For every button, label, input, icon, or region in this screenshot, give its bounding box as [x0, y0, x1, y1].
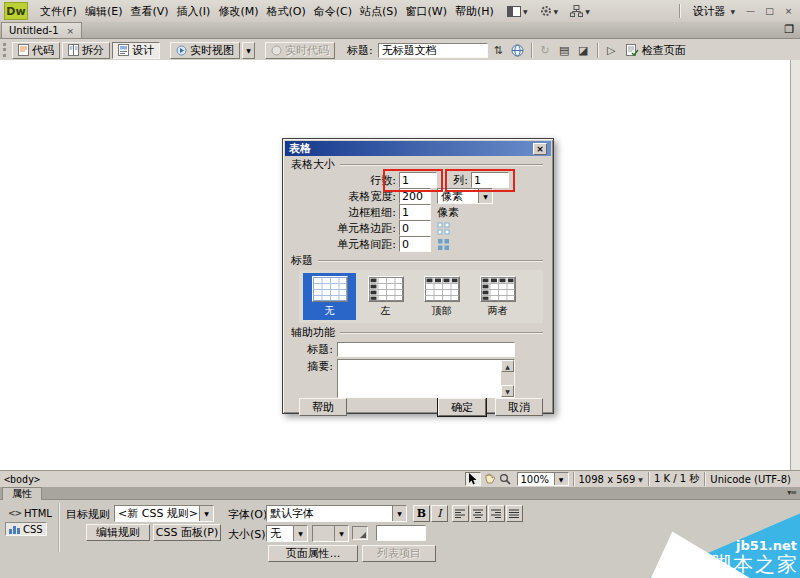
tab-properties[interactable]: 属性	[2, 487, 42, 500]
width-unit-select[interactable]: 像素 ▼	[437, 188, 493, 204]
page-properties-button[interactable]: 页面属性...	[268, 545, 358, 562]
cascade-windows-icon[interactable]: ❐	[784, 23, 794, 36]
cols-input[interactable]	[471, 172, 509, 188]
chevron-down-icon[interactable]: ▼	[478, 189, 492, 203]
menu-file[interactable]: 文件(F)	[36, 2, 81, 21]
panel-menu-icon[interactable]: ▾≡	[787, 488, 796, 497]
align-center-button[interactable]	[470, 505, 487, 522]
help-button[interactable]: 帮助	[299, 398, 347, 416]
chevron-down-icon[interactable]: ▼	[554, 473, 568, 485]
css-panel-button[interactable]: CSS 面板(P)	[153, 524, 221, 541]
document-tab[interactable]: Untitled-1 ×	[1, 22, 82, 38]
hand-tool-icon[interactable]	[481, 472, 497, 486]
cell-spacing-icon	[437, 238, 450, 251]
minimize-button[interactable]: —	[743, 5, 758, 18]
menu-help[interactable]: 帮助(H)	[451, 2, 498, 21]
live-code-button: 实时代码	[265, 42, 335, 59]
cancel-button[interactable]: 取消	[495, 398, 543, 416]
maximize-button[interactable]: □	[762, 5, 777, 18]
separator	[597, 43, 598, 58]
dialog-close-button[interactable]: ×	[533, 143, 547, 155]
select-tool-icon[interactable]	[465, 472, 481, 486]
chevron-down-icon[interactable]: ▼	[199, 506, 213, 521]
align-left-button[interactable]	[452, 505, 469, 522]
validate-icon[interactable]: ▷	[603, 42, 620, 58]
view-options-icon[interactable]: ▤	[556, 42, 573, 58]
html-mode-button[interactable]: <> HTML	[5, 506, 55, 520]
canvas-scroll-area[interactable]	[791, 60, 800, 470]
css-panel-icon	[9, 524, 20, 534]
header-option-left[interactable]: 左	[359, 273, 412, 320]
header-option-none[interactable]: 无	[303, 273, 356, 320]
align-justify-button[interactable]	[506, 505, 523, 522]
bold-button[interactable]: B	[413, 505, 430, 522]
menu-edit[interactable]: 编辑(E)	[81, 2, 127, 21]
window-size-select[interactable]: 1098 x 569 ▼	[573, 472, 648, 486]
live-view-button[interactable]: 实时视图	[170, 42, 240, 59]
dialog-title-bar[interactable]: 表格 ×	[285, 141, 551, 156]
menu-format[interactable]: 格式(O)	[262, 2, 309, 21]
preview-globe-icon[interactable]	[509, 42, 526, 58]
menu-modify[interactable]: 修改(M)	[214, 2, 262, 21]
align-right-button[interactable]	[488, 505, 505, 522]
target-rule-select[interactable]: <新 CSS 规则> ▼	[114, 505, 214, 522]
caption-input[interactable]	[337, 342, 515, 357]
design-view-button[interactable]: 设计	[112, 42, 160, 59]
extensions-button[interactable]: ▼	[537, 4, 562, 18]
menu-insert[interactable]: 插入(I)	[173, 2, 215, 21]
download-stats: 1 K / 1 秒	[648, 472, 704, 486]
zoom-level-select[interactable]: 100% ▼	[517, 472, 569, 486]
dialog-title: 表格	[289, 141, 311, 156]
visual-aids-icon[interactable]: ◪	[575, 42, 592, 58]
tab-close-icon[interactable]: ×	[67, 26, 75, 36]
check-page-button[interactable]: 检查页面	[622, 43, 690, 58]
scroll-down-icon[interactable]: ▼	[501, 385, 514, 397]
italic-button[interactable]: I	[431, 505, 448, 522]
table-width-input[interactable]	[399, 188, 431, 204]
cell-spacing-input[interactable]	[399, 236, 431, 252]
summary-textarea[interactable]: ▲ ▼	[337, 359, 515, 398]
menu-view[interactable]: 查看(V)	[126, 2, 172, 21]
edit-rule-button[interactable]: 编辑规则	[86, 524, 150, 541]
css-mode-button[interactable]: CSS	[5, 522, 47, 536]
summary-scrollbar[interactable]: ▲ ▼	[501, 360, 514, 397]
color-value-input[interactable]	[376, 525, 426, 541]
menu-site[interactable]: 站点(S)	[356, 2, 402, 21]
file-management-icon[interactable]: ⇅	[490, 42, 507, 58]
menu-bar: Dw 文件(F) 编辑(E) 查看(V) 插入(I) 修改(M) 格式(O) 命…	[0, 0, 800, 22]
cell-padding-input[interactable]	[399, 220, 431, 236]
workspace-switcher[interactable]: 设计器 ▼	[688, 3, 739, 20]
help-icon[interactable]: ?	[778, 521, 791, 534]
divider	[318, 260, 543, 261]
split-view-button[interactable]: 拆分	[62, 42, 110, 59]
ok-button[interactable]: 确定	[438, 398, 486, 416]
font-select[interactable]: 默认字体 ▼	[266, 505, 407, 522]
align-left-icon	[455, 509, 466, 518]
size-select[interactable]: 无 ▼	[266, 525, 308, 542]
site-menu-button[interactable]: ▼	[567, 4, 593, 18]
header-group: 标题	[291, 254, 543, 267]
document-title-input[interactable]	[378, 43, 488, 58]
chevron-down-icon[interactable]: ▼	[293, 526, 307, 541]
separator	[679, 4, 680, 18]
zoom-tool-icon[interactable]	[497, 472, 513, 486]
menu-window[interactable]: 窗口(W)	[402, 2, 451, 21]
layout-switcher-button[interactable]: ▼	[504, 5, 531, 18]
rows-input[interactable]	[399, 172, 437, 188]
header-option-both[interactable]: 两者	[471, 273, 524, 320]
close-button[interactable]: ×	[781, 5, 796, 18]
code-view-button[interactable]: 代码	[12, 42, 60, 59]
color-picker-swatch[interactable]	[352, 526, 368, 540]
header-option-top[interactable]: 顶部	[415, 273, 468, 320]
menu-commands[interactable]: 命令(C)	[310, 2, 356, 21]
font-label: 字体(O)	[228, 507, 267, 522]
toolbar-grip[interactable]	[3, 43, 7, 57]
tag-selector-body[interactable]: <body>	[4, 474, 40, 485]
live-view-dropdown[interactable]: ▼	[242, 42, 255, 59]
gear-icon	[540, 5, 552, 17]
refresh-icon: ↻	[537, 42, 554, 58]
rows-label: 行数:	[303, 173, 399, 188]
border-input[interactable]	[399, 204, 431, 220]
scroll-up-icon[interactable]: ▲	[501, 360, 514, 372]
chevron-down-icon[interactable]: ▼	[392, 506, 406, 521]
